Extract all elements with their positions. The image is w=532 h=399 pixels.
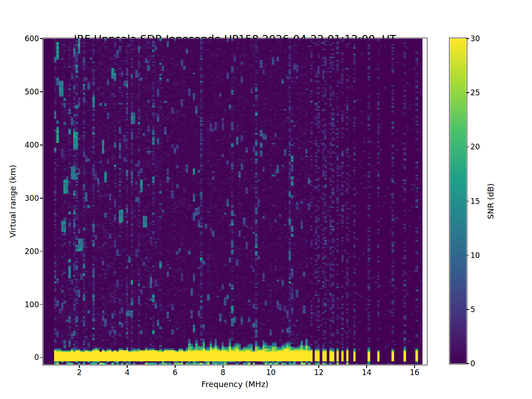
y-tick-mark <box>40 145 43 145</box>
y-tick-label: 100 <box>17 300 39 309</box>
colorbar-tick-label: 20 <box>470 142 480 151</box>
y-axis-label: Virtual range (km) <box>8 165 17 238</box>
colorbar-tick-mark <box>466 147 469 148</box>
y-tick-label: 300 <box>17 194 39 203</box>
colorbar-tick-mark <box>466 255 469 256</box>
colorbar-tick-mark <box>466 201 469 202</box>
x-tick-label: 6 <box>173 368 178 377</box>
x-tick-label: 14 <box>362 368 372 377</box>
y-tick-mark <box>40 304 43 305</box>
x-tick-label: 10 <box>266 368 276 377</box>
colorbar-tick-label: 5 <box>470 305 475 314</box>
y-tick-label: 600 <box>17 34 39 43</box>
y-tick-mark <box>40 198 43 199</box>
x-tick-label: 16 <box>410 368 419 377</box>
colorbar-tick-label: 25 <box>470 88 480 97</box>
colorbar-tick-label: 30 <box>470 34 480 43</box>
colorbar-tick-label: 0 <box>470 359 475 368</box>
colorbar-tick-label: 10 <box>470 251 480 260</box>
y-tick-label: 500 <box>17 87 39 96</box>
y-tick-mark <box>40 251 43 252</box>
y-tick-mark <box>40 357 43 358</box>
x-axis-label: Frequency (MHz) <box>43 379 426 389</box>
x-tick-label: 4 <box>125 368 130 377</box>
y-tick-label: 0 <box>17 353 39 362</box>
ionogram-heatmap <box>43 39 426 364</box>
colorbar-tick-mark <box>466 38 469 39</box>
colorbar-tick-mark <box>466 92 469 93</box>
y-tick-mark <box>40 38 43 39</box>
colorbar-tick-mark <box>466 309 469 310</box>
y-tick-label: 200 <box>17 247 39 256</box>
x-tick-label: 8 <box>221 368 226 377</box>
x-tick-label: 2 <box>77 368 82 377</box>
ionogram-figure: IRF Uppsala SDR Ionosonde UP158 2026-04-… <box>0 0 532 399</box>
colorbar-label: SNR (dB) <box>486 184 495 219</box>
y-tick-label: 400 <box>17 141 39 149</box>
colorbar-gradient <box>450 39 466 364</box>
colorbar-tick-mark <box>466 363 469 364</box>
y-tick-mark <box>40 91 43 92</box>
colorbar-tick-label: 15 <box>470 197 480 206</box>
x-tick-label: 12 <box>314 368 324 377</box>
